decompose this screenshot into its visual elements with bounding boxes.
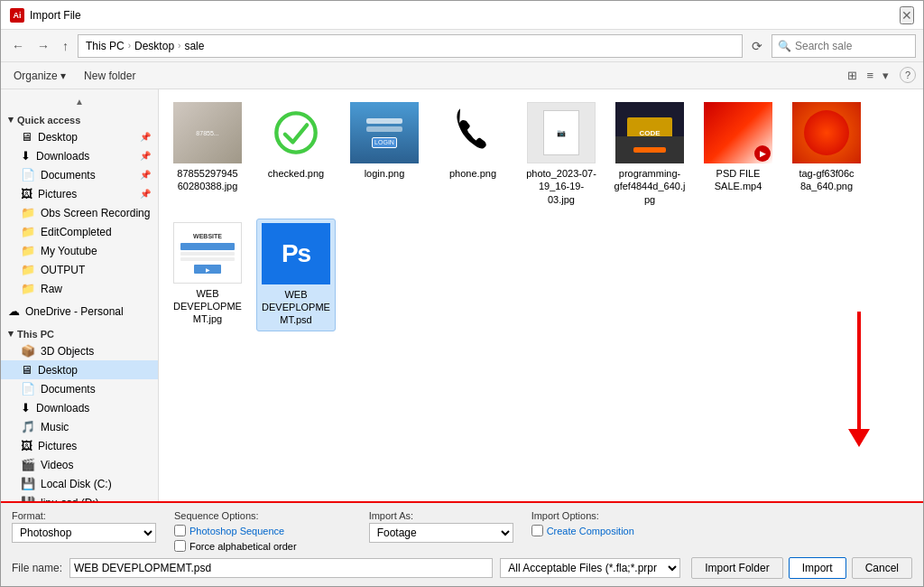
- file-item[interactable]: ▶ PSD FILE SALE.mp4: [698, 98, 778, 210]
- jpg-thumb-text: 87855...: [194, 128, 220, 138]
- main-content: ▲ ▾ Quick access 🖥 Desktop 📌 ⬇ Downloads…: [1, 89, 923, 501]
- sidebar-item-documents[interactable]: 📄 Documents 📌: [1, 165, 158, 184]
- this-pc-arrow: ▾: [8, 328, 14, 340]
- this-pc-header: ▾ This PC: [1, 324, 158, 341]
- import-button[interactable]: Import: [789, 557, 846, 579]
- up-button[interactable]: ↑: [59, 37, 72, 55]
- sidebar-item-desktop[interactable]: 🖥 Desktop 📌: [1, 127, 158, 146]
- file-name: tag-gf63f06c 8a_640.png: [790, 167, 863, 193]
- path-desktop: Desktop: [134, 40, 174, 52]
- file-thumbnail: LOGIN: [350, 102, 419, 163]
- force-alpha-checkbox[interactable]: [174, 540, 186, 552]
- force-alpha-check: Force alphabetical order: [174, 540, 297, 552]
- create-composition-check: Create Composition: [531, 525, 634, 536]
- onedrive-icon: ☁: [8, 304, 20, 318]
- file-thumbnail: CODE: [615, 102, 684, 163]
- pin-icon2: 📌: [140, 151, 151, 161]
- sidebar-item-onedrive[interactable]: ☁ OneDrive - Personal: [1, 302, 158, 321]
- path-this-pc: This PC: [86, 40, 125, 52]
- sidebar-item-localc[interactable]: 💾 Local Disk (C:): [1, 474, 158, 493]
- sidebar-item-output[interactable]: 📁 OUTPUT: [1, 260, 158, 279]
- path-sale: sale: [184, 40, 204, 52]
- sidebar-item-editcompleted[interactable]: 📁 EditCompleted: [1, 222, 158, 241]
- file-item[interactable]: WEBSITE ▶ WEB DEVEPLOPMEMT.jpg: [168, 219, 247, 331]
- file-name: login.png: [365, 167, 405, 180]
- bottom-file-row: File name: All Acceptable Files (*.fla;*…: [12, 557, 912, 579]
- sidebar-item-3dobjects[interactable]: 📦 3D Objects: [1, 341, 158, 360]
- search-input[interactable]: [795, 40, 903, 52]
- sidebar-item-lipussd[interactable]: 💾 lipu-ssd (D:): [1, 493, 158, 501]
- file-item[interactable]: CODE programming-gfef4844d_640.jpg: [610, 98, 689, 210]
- file-name-input[interactable]: [69, 558, 493, 578]
- toolbar: Organize ▾ New folder ⊞ ≡ ▾ ?: [1, 62, 923, 89]
- format-label: Format:: [12, 510, 156, 521]
- new-folder-button[interactable]: New folder: [79, 68, 141, 84]
- pin-icon3: 📌: [140, 170, 151, 180]
- sidebar-item-videos[interactable]: 🎬 Videos: [1, 455, 158, 474]
- title-bar: Ai Import File ✕: [1, 1, 923, 30]
- file-thumbnail: 📷: [527, 102, 596, 163]
- downloads-icon: ⬇: [21, 149, 31, 163]
- address-bar: ← → ↑ This PC › Desktop › sale ⟳ 🔍: [1, 30, 923, 62]
- format-group: Format: Photoshop: [12, 510, 156, 552]
- file-name: PSD FILE SALE.mp4: [702, 167, 774, 193]
- music-icon: 🎵: [21, 420, 35, 433]
- close-button[interactable]: ✕: [900, 6, 914, 24]
- help-button[interactable]: ?: [900, 67, 916, 83]
- phone-thumb: [453, 106, 493, 160]
- import-as-select[interactable]: Footage: [369, 523, 513, 543]
- file-thumbnail: 87855...: [173, 102, 242, 163]
- sidebar-item-raw[interactable]: 📁 Raw: [1, 279, 158, 298]
- downloads2-icon: ⬇: [21, 401, 31, 415]
- photoshop-sequence-checkbox[interactable]: [174, 525, 186, 536]
- sidebar-item-pictures[interactable]: 🖼 Pictures 📌: [1, 184, 158, 203]
- sidebar-item-documents2[interactable]: 📄 Documents: [1, 379, 158, 398]
- file-name: WEB DEVEPLOPMEMT.jpg: [171, 287, 244, 326]
- file-item[interactable]: checked.png: [256, 98, 336, 210]
- forward-button[interactable]: →: [33, 37, 53, 55]
- format-select[interactable]: Photoshop: [12, 523, 156, 543]
- file-name: programming-gfef4844d_640.jpg: [614, 167, 686, 206]
- cancel-button[interactable]: Cancel: [852, 557, 912, 579]
- refresh-button[interactable]: ⟳: [748, 37, 766, 55]
- scroll-up[interactable]: ▲: [1, 93, 158, 110]
- file-thumbnail: WEBSITE ▶: [173, 222, 242, 284]
- file-item[interactable]: 📷 photo_2023-07-19_16-19-03.jpg: [522, 98, 601, 210]
- sidebar-item-obs[interactable]: 📁 Obs Screen Recording: [1, 203, 158, 222]
- search-box: 🔍: [772, 34, 916, 58]
- photoshop-sequence-label: Photoshop Sequence: [189, 526, 284, 536]
- organize-button[interactable]: Organize ▾: [8, 68, 71, 84]
- file-thumbnail: Ps: [262, 223, 330, 284]
- back-button[interactable]: ←: [8, 37, 28, 55]
- file-type-select[interactable]: All Acceptable Files (*.fla;*.prpr: [500, 558, 680, 578]
- file-item[interactable]: 87855... 87855297945 60280388.jpg: [168, 98, 247, 210]
- file-item-selected[interactable]: Ps WEB DEVEPLOPMEMT.psd: [256, 219, 336, 331]
- sidebar-item-downloads2[interactable]: ⬇ Downloads: [1, 398, 158, 417]
- file-item[interactable]: phone.png: [433, 98, 513, 210]
- file-name: checked.png: [268, 167, 324, 180]
- import-as-group: Import As: Footage: [369, 510, 513, 552]
- sequence-options-group: Sequence Options: Photoshop Sequence For…: [174, 510, 297, 552]
- file-name-label: File name:: [12, 562, 62, 574]
- import-options-group: Import Options: Create Composition: [531, 510, 634, 552]
- file-item[interactable]: tag-gf63f06c 8a_640.png: [787, 98, 866, 210]
- import-folder-button[interactable]: Import Folder: [691, 557, 782, 579]
- create-composition-checkbox[interactable]: [531, 525, 543, 536]
- pin-icon4: 📌: [140, 189, 151, 199]
- obs-icon: 📁: [21, 206, 35, 219]
- file-item[interactable]: LOGIN login.png: [345, 98, 424, 210]
- sidebar-item-downloads[interactable]: ⬇ Downloads 📌: [1, 146, 158, 165]
- raw-icon: 📁: [21, 282, 35, 295]
- sort-button[interactable]: ≡: [863, 67, 877, 84]
- create-composition-label: Create Composition: [547, 526, 634, 536]
- sidebar-item-youtube[interactable]: 📁 My Youtube: [1, 241, 158, 260]
- sidebar-item-desktop2[interactable]: 🖥 Desktop: [1, 360, 158, 379]
- documents2-icon: 📄: [21, 382, 35, 396]
- view-icon-button[interactable]: ⊞: [844, 67, 861, 84]
- sidebar-item-music[interactable]: 🎵 Music: [1, 417, 158, 436]
- sidebar-item-pictures2[interactable]: 🖼 Pictures: [1, 436, 158, 455]
- sequence-options-label: Sequence Options:: [174, 510, 297, 521]
- view-arrow-button[interactable]: ▾: [879, 67, 892, 84]
- bottom-options-row: Format: Photoshop Sequence Options: Phot…: [12, 510, 912, 552]
- output-icon: 📁: [21, 263, 35, 276]
